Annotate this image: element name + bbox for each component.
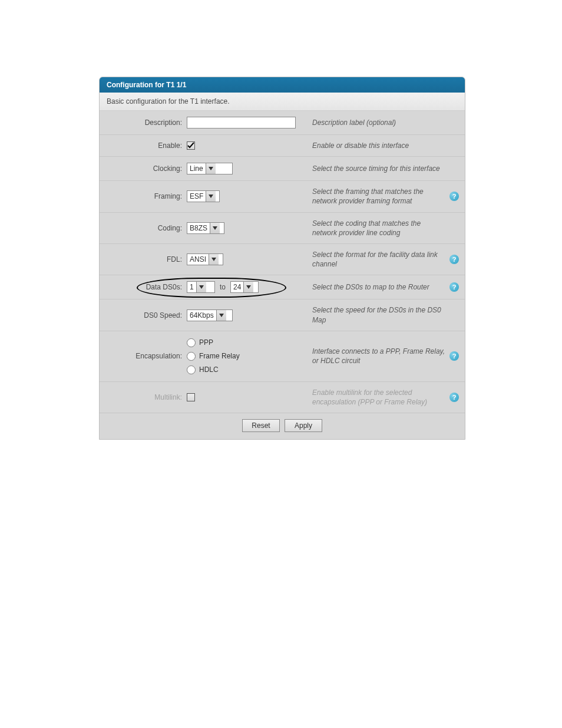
encapsulation-radio-hdlc[interactable] [187, 365, 196, 374]
encapsulation-option-ppp: PPP [199, 338, 213, 347]
row-clocking: Clocking: Line Select the source timing … [100, 157, 465, 181]
help-icon: ? [449, 255, 459, 264]
config-form: Description: Description label (optional… [100, 111, 465, 439]
row-ds0-speed: DS0 Speed: 64Kbps Select the speed for t… [100, 299, 465, 331]
fdl-value: ANSI [187, 255, 209, 263]
fdl-select[interactable]: ANSI [187, 253, 223, 265]
clocking-label: Clocking: [105, 164, 187, 173]
multilink-help[interactable]: ? [449, 393, 459, 402]
enable-hint: Enable or disable this interface [308, 141, 459, 150]
config-panel: Configuration for T1 1/1 Basic configura… [99, 77, 465, 440]
multilink-label: Multilink: [105, 393, 187, 401]
chevron-down-icon [196, 282, 206, 292]
panel-title: Configuration for T1 1/1 [100, 77, 465, 93]
apply-button[interactable]: Apply [285, 419, 322, 432]
multilink-hint: Enable multilink for the selected encaps… [308, 388, 459, 407]
encapsulation-radio-frame-relay[interactable] [187, 352, 196, 361]
coding-label: Coding: [105, 224, 187, 232]
row-enable: Enable: Enable or disable this interface [100, 135, 465, 157]
coding-value: B8ZS [187, 224, 210, 232]
fdl-label: FDL: [105, 255, 187, 263]
encapsulation-label: Encapsulation: [105, 352, 187, 360]
framing-label: Framing: [105, 192, 187, 200]
fdl-hint: Select the format for the facility data … [308, 250, 459, 269]
data-ds0s-help[interactable]: ? [449, 282, 459, 292]
row-coding: Coding: B8ZS Select the coding that matc… [100, 213, 465, 244]
chevron-down-icon [209, 254, 219, 265]
row-multilink: Multilink: Enable multilink for the sele… [100, 382, 465, 413]
help-icon: ? [449, 282, 459, 292]
chevron-down-icon [216, 310, 226, 321]
framing-select[interactable]: ESF [187, 190, 220, 202]
coding-hint: Select the coding that matches the netwo… [308, 219, 459, 238]
help-icon: ? [449, 351, 459, 361]
reset-button[interactable]: Reset [242, 419, 280, 432]
chevron-down-icon [243, 282, 253, 292]
data-ds0s-from-select[interactable]: 1 [187, 281, 215, 293]
description-label: Description: [105, 118, 187, 127]
encapsulation-option-frame-relay: Frame Relay [199, 352, 240, 360]
framing-help[interactable]: ? [449, 192, 459, 201]
fdl-help[interactable]: ? [449, 255, 459, 264]
data-ds0s-label: Data DS0s: [105, 283, 187, 291]
clocking-hint: Select the source timing for this interf… [308, 164, 459, 173]
clocking-value: Line [187, 164, 206, 173]
data-ds0s-to-value: 24 [231, 283, 243, 291]
ds0-speed-select[interactable]: 64Kbps [187, 309, 233, 321]
encapsulation-radio-ppp[interactable] [187, 338, 196, 347]
data-ds0s-from-value: 1 [187, 283, 196, 291]
row-data-ds0s: Data DS0s: 1 to 24 Select the DS0s to ma… [100, 275, 465, 299]
ds0-speed-label: DS0 Speed: [105, 311, 187, 319]
row-encapsulation: Encapsulation: PPP Frame Relay HDLC Inte… [100, 331, 465, 382]
data-ds0s-sep: to [217, 283, 228, 291]
data-ds0s-to-select[interactable]: 24 [230, 281, 259, 293]
chevron-down-icon [210, 223, 220, 233]
chevron-down-icon [206, 191, 216, 202]
ds0-speed-hint: Select the speed for the DS0s in the DS0… [308, 305, 459, 324]
framing-hint: Select the framing that matches the netw… [308, 187, 459, 206]
framing-value: ESF [187, 192, 206, 200]
description-input[interactable] [187, 117, 296, 129]
help-icon: ? [449, 393, 459, 402]
encapsulation-option-hdlc: HDLC [199, 365, 219, 374]
encapsulation-hint: Interface connects to a PPP, Frame Relay… [308, 347, 459, 365]
chevron-down-icon [206, 163, 216, 174]
ds0-speed-value: 64Kbps [187, 311, 216, 319]
coding-select[interactable]: B8ZS [187, 222, 224, 234]
enable-checkbox[interactable] [187, 141, 195, 150]
row-fdl: FDL: ANSI Select the format for the faci… [100, 244, 465, 275]
clocking-select[interactable]: Line [187, 163, 233, 174]
panel-subtitle: Basic configuration for the T1 interface… [100, 93, 465, 111]
enable-label: Enable: [105, 141, 187, 150]
button-bar: Reset Apply [100, 413, 465, 439]
help-icon: ? [449, 192, 459, 201]
data-ds0s-hint: Select the DS0s to map to the Router [308, 282, 459, 292]
multilink-checkbox[interactable] [187, 393, 195, 401]
description-hint: Description label (optional) [308, 118, 459, 127]
row-framing: Framing: ESF Select the framing that mat… [100, 181, 465, 212]
encapsulation-help[interactable]: ? [449, 351, 459, 361]
row-description: Description: Description label (optional… [100, 111, 465, 135]
